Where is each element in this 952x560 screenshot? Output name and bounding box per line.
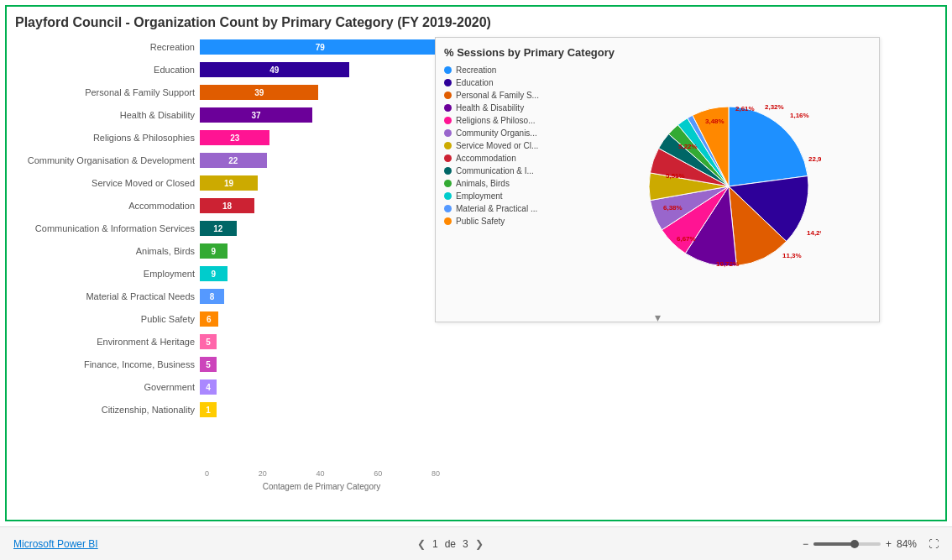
- bar-label: Community Organisation & Development: [15, 155, 200, 165]
- bar-fill[interactable]: 18: [200, 198, 254, 213]
- scroll-down-indicator[interactable]: ▾: [444, 311, 871, 324]
- bar-container: 5: [200, 334, 443, 349]
- bar-row: Government4: [15, 377, 443, 397]
- legend-label: Accommodation: [456, 154, 516, 163]
- legend-item: Animals, Birds: [444, 179, 587, 188]
- legend-item: Communication & I...: [444, 166, 587, 175]
- bar-row: Public Safety6: [15, 309, 443, 329]
- bar-fill[interactable]: 5: [200, 334, 217, 349]
- legend-item: Employment: [444, 191, 587, 201]
- next-page-arrow[interactable]: ❯: [475, 538, 484, 550]
- bar-fill[interactable]: 39: [200, 85, 318, 100]
- outer-container: Playford Council - Organization Count by…: [0, 0, 952, 560]
- x-axis-ticks: 020406080: [205, 469, 440, 478]
- prev-page-arrow[interactable]: ❮: [417, 538, 426, 550]
- zoom-level: 84%: [897, 538, 917, 550]
- legend-item: Community Organis...: [444, 128, 587, 138]
- legend-dot: [444, 104, 452, 112]
- bar-label: Health & Disability: [15, 110, 200, 120]
- pie-label: 22,9%: [808, 155, 821, 163]
- legend-label: Material & Practical ...: [456, 204, 537, 213]
- legend-label: Community Organis...: [456, 128, 537, 138]
- bar-fill[interactable]: 49: [200, 62, 349, 77]
- pie-label: 1,16%: [790, 112, 809, 119]
- chart-title: Playford Council - Organization Count by…: [15, 15, 937, 30]
- bar-value-label: 19: [221, 179, 237, 188]
- bar-fill[interactable]: 12: [200, 221, 237, 236]
- zoom-slider[interactable]: [813, 542, 881, 546]
- pie-content: RecreationEducationPersonal & Family S..…: [444, 65, 871, 307]
- bar-value-label: 18: [219, 201, 235, 211]
- bar-row: Communication & Information Services12: [15, 218, 443, 238]
- bar-container: 23: [200, 130, 443, 145]
- bar-label: Finance, Income, Business: [15, 359, 200, 369]
- legend-dot: [444, 117, 452, 124]
- page-current: 1: [432, 538, 438, 550]
- legend-label: Employment: [456, 191, 503, 201]
- pie-label: 6,38%: [663, 204, 683, 212]
- legend-dot: [444, 66, 452, 74]
- bar-fill[interactable]: 23: [200, 130, 269, 145]
- zoom-minus[interactable]: −: [803, 538, 808, 550]
- bar-fill[interactable]: 1: [200, 402, 217, 417]
- bar-value-label: 49: [266, 65, 282, 75]
- legend-label: Recreation: [456, 65, 496, 75]
- legend-item: Accommodation: [444, 154, 587, 163]
- page-total: 3: [463, 538, 468, 550]
- bar-row: Material & Practical Needs8: [15, 286, 443, 306]
- bar-fill[interactable]: 9: [200, 243, 228, 259]
- bar-container: 9: [200, 243, 443, 259]
- pie-label: 5,51%: [666, 172, 685, 180]
- bar-value-label: 6: [203, 315, 215, 324]
- legend-dot: [444, 167, 452, 175]
- bar-value-label: 4: [202, 383, 214, 392]
- bar-fill[interactable]: 4: [200, 379, 217, 395]
- x-tick: 40: [316, 469, 324, 478]
- charts-row: Recreation79Education49Personal & Family…: [15, 37, 937, 491]
- zoom-control: − + 84% ⛶: [803, 538, 939, 550]
- bar-fill[interactable]: 9: [200, 266, 228, 281]
- pie-chart-svg: 22,9%14,2%11,3%10,72%6,67%6,38%5,51%5,22…: [636, 94, 821, 279]
- bar-container: 18: [200, 198, 443, 213]
- legend-item: Education: [444, 78, 587, 87]
- bar-container: 5: [200, 357, 443, 372]
- zoom-plus[interactable]: +: [886, 538, 892, 550]
- bar-row: Service Moved or Closed19: [15, 173, 443, 193]
- bar-fill[interactable]: 5: [200, 357, 217, 372]
- bar-fill[interactable]: 37: [200, 107, 312, 123]
- powerbi-link[interactable]: Microsoft Power BI: [13, 538, 98, 550]
- fullscreen-icon[interactable]: ⛶: [928, 538, 939, 550]
- legend-item: Health & Disability: [444, 103, 587, 113]
- legend-item: Personal & Family S...: [444, 91, 587, 100]
- legend-dot: [444, 129, 452, 137]
- pie-label: 5,22%: [678, 143, 698, 150]
- bar-container: 12: [200, 221, 443, 236]
- bar-row: Health & Disability37: [15, 105, 443, 125]
- bar-container: 9: [200, 266, 443, 281]
- bar-value-label: 5: [202, 338, 214, 347]
- bar-fill[interactable]: 22: [200, 153, 267, 168]
- bar-row: Finance, Income, Business5: [15, 354, 443, 374]
- bar-value-label: 79: [312, 43, 328, 52]
- bar-value-label: 39: [251, 88, 267, 97]
- pie-svg-area: 22,9%14,2%11,3%10,72%6,67%6,38%5,51%5,22…: [587, 65, 871, 307]
- bar-fill[interactable]: 79: [200, 39, 440, 55]
- pie-label: 11,3%: [782, 252, 802, 259]
- legend-item: Public Safety: [444, 217, 587, 226]
- pie-label: 10,72%: [716, 260, 739, 268]
- bar-fill[interactable]: 19: [200, 175, 258, 191]
- bar-row: Environment & Heritage5: [15, 332, 443, 352]
- x-tick: 20: [259, 469, 267, 478]
- legend-dot: [444, 192, 452, 200]
- legend-label: Animals, Birds: [456, 179, 510, 188]
- legend-label: Health & Disability: [456, 103, 524, 113]
- bar-label: Accommodation: [15, 201, 200, 211]
- x-tick: 60: [374, 469, 382, 478]
- bar-label: Education: [15, 65, 200, 75]
- bar-fill[interactable]: 8: [200, 289, 224, 304]
- bar-fill[interactable]: 6: [200, 311, 218, 327]
- bar-label: Material & Practical Needs: [15, 291, 200, 301]
- bar-container: 6: [200, 311, 443, 327]
- bar-container: 37: [200, 107, 443, 123]
- bar-container: 19: [200, 175, 443, 191]
